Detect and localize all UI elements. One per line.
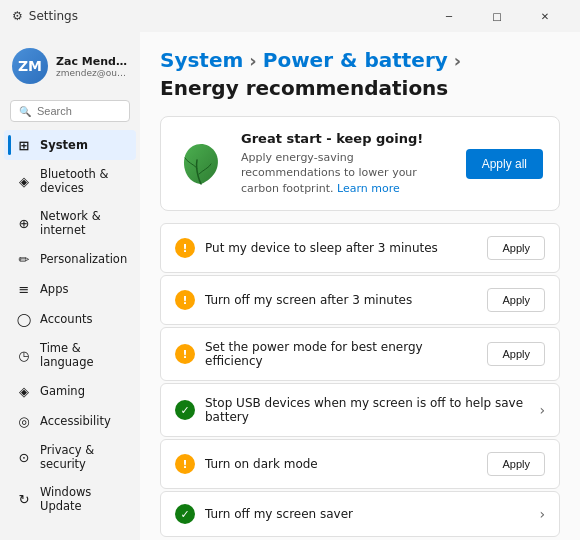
recommendations-list: ! Put my device to sleep after 3 minutes… [160,223,560,537]
rec-label-screen-saver: Turn off my screen saver [205,507,529,521]
rec-label-screen-off: Turn off my screen after 3 minutes [205,293,477,307]
bluetooth-icon: ◈ [16,173,32,189]
sidebar-label-bluetooth: Bluetooth & devices [40,167,124,195]
rec-label-power-mode: Set the power mode for best energy effic… [205,340,477,368]
breadcrumb-sep-1: › [249,50,256,71]
app-container: ZM Zac Mendez zmendez@outlook.com 🔍 ⊞ Sy… [0,32,580,540]
gaming-icon: ◈ [16,383,32,399]
avatar: ZM [12,48,48,84]
rec-label-dark-mode: Turn on dark mode [205,457,477,471]
rec-item-sleep[interactable]: ! Put my device to sleep after 3 minutes… [160,223,560,273]
sidebar: ZM Zac Mendez zmendez@outlook.com 🔍 ⊞ Sy… [0,32,140,540]
status-icon-sleep: ! [175,238,195,258]
user-info: Zac Mendez zmendez@outlook.com [56,55,128,78]
status-icon-screen-off: ! [175,290,195,310]
search-input[interactable] [37,105,121,117]
sidebar-item-bluetooth[interactable]: ◈ Bluetooth & devices [4,160,136,202]
sidebar-label-update: Windows Update [40,485,124,513]
rec-item-screen-saver[interactable]: ✓ Turn off my screen saver › [160,491,560,537]
sidebar-label-time: Time & language [40,341,124,369]
sidebar-label-network: Network & internet [40,209,124,237]
settings-icon: ⚙ [12,9,23,23]
status-icon-usb: ✓ [175,400,195,420]
rec-label-sleep: Put my device to sleep after 3 minutes [205,241,477,255]
system-icon: ⊞ [16,137,32,153]
breadcrumb-sep-2: › [454,50,461,71]
main-content: System › Power & battery › Energy recomm… [140,32,580,540]
apply-button-sleep[interactable]: Apply [487,236,545,260]
rec-item-power-mode[interactable]: ! Set the power mode for best energy eff… [160,327,560,381]
search-icon: 🔍 [19,106,31,117]
title-bar: ⚙ Settings ─ □ ✕ [0,0,580,32]
sidebar-item-time[interactable]: ◷ Time & language [4,334,136,376]
breadcrumb-current: Energy recommendations [160,76,448,100]
hero-desc: Apply energy-saving recommendations to l… [241,150,450,196]
sidebar-item-personalization[interactable]: ✏ Personalization [4,244,136,274]
network-icon: ⊕ [16,215,32,231]
leaf-icon [177,140,225,188]
user-name: Zac Mendez [56,55,128,68]
close-button[interactable]: ✕ [522,0,568,32]
chevron-icon-screen-saver: › [539,506,545,522]
breadcrumb-power[interactable]: Power & battery [263,48,448,72]
search-box[interactable]: 🔍 [10,100,130,122]
apply-all-button[interactable]: Apply all [466,149,543,179]
status-icon-power-mode: ! [175,344,195,364]
sidebar-item-gaming[interactable]: ◈ Gaming [4,376,136,406]
sidebar-item-accounts[interactable]: ◯ Accounts [4,304,136,334]
nav-list: ⊞ System ◈ Bluetooth & devices ⊕ Network… [0,130,140,520]
user-profile[interactable]: ZM Zac Mendez zmendez@outlook.com [0,40,140,96]
hero-title: Great start - keep going! [241,131,450,146]
rec-item-dark-mode[interactable]: ! Turn on dark mode Apply [160,439,560,489]
status-icon-dark-mode: ! [175,454,195,474]
sidebar-label-apps: Apps [40,282,68,296]
rec-label-usb: Stop USB devices when my screen is off t… [205,396,529,424]
sidebar-label-accessibility: Accessibility [40,414,111,428]
sidebar-item-network[interactable]: ⊕ Network & internet [4,202,136,244]
learn-more-link[interactable]: Learn more [337,182,400,195]
update-icon: ↻ [16,491,32,507]
rec-item-usb[interactable]: ✓ Stop USB devices when my screen is off… [160,383,560,437]
status-icon-screen-saver: ✓ [175,504,195,524]
sidebar-item-system[interactable]: ⊞ System [4,130,136,160]
window-title: Settings [29,9,78,23]
hero-text: Great start - keep going! Apply energy-s… [241,131,450,196]
breadcrumb-system[interactable]: System [160,48,243,72]
sidebar-label-accounts: Accounts [40,312,92,326]
apps-icon: ≡ [16,281,32,297]
apply-button-power-mode[interactable]: Apply [487,342,545,366]
window-controls: ─ □ ✕ [426,0,568,32]
accounts-icon: ◯ [16,311,32,327]
sidebar-item-update[interactable]: ↻ Windows Update [4,478,136,520]
apply-button-dark-mode[interactable]: Apply [487,452,545,476]
personalization-icon: ✏ [16,251,32,267]
privacy-icon: ⊙ [16,449,32,465]
chevron-icon-usb: › [539,402,545,418]
breadcrumb: System › Power & battery › Energy recomm… [160,48,560,100]
hero-card: Great start - keep going! Apply energy-s… [160,116,560,211]
sidebar-label-system: System [40,138,88,152]
sidebar-label-privacy: Privacy & security [40,443,124,471]
minimize-button[interactable]: ─ [426,0,472,32]
user-email: zmendez@outlook.com [56,68,128,78]
maximize-button[interactable]: □ [474,0,520,32]
sidebar-item-privacy[interactable]: ⊙ Privacy & security [4,436,136,478]
sidebar-item-accessibility[interactable]: ◎ Accessibility [4,406,136,436]
accessibility-icon: ◎ [16,413,32,429]
time-icon: ◷ [16,347,32,363]
rec-item-screen-off[interactable]: ! Turn off my screen after 3 minutes App… [160,275,560,325]
sidebar-label-personalization: Personalization [40,252,127,266]
apply-button-screen-off[interactable]: Apply [487,288,545,312]
sidebar-label-gaming: Gaming [40,384,85,398]
sidebar-item-apps[interactable]: ≡ Apps [4,274,136,304]
